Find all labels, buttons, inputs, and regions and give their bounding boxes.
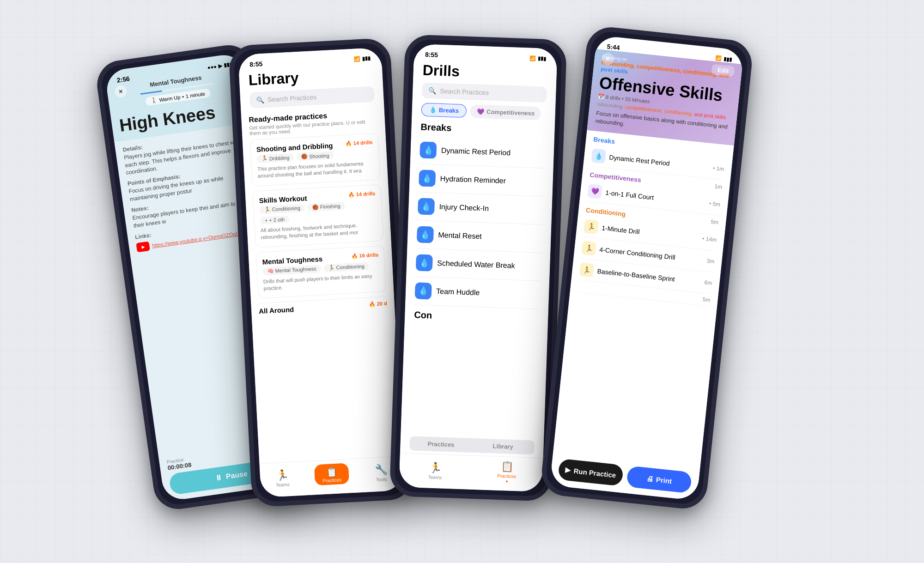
p4-drill5-icon: 🏃: [579, 262, 594, 278]
p4-status-icons: 📶 ▮▮▮: [715, 54, 732, 62]
p3-item2-name: Hydration Reminder: [440, 175, 506, 185]
p4-drill4-name: 4-Corner Conditioning Drill: [599, 246, 676, 261]
p4-drill4-icon: 🏃: [581, 241, 596, 256]
p2-card-2[interactable]: Skills Workout 🔥 14 drills 🏃Conditioning…: [253, 184, 384, 247]
search-icon-p3: 🔍: [428, 87, 437, 95]
p3-item4-name: Mental Reset: [438, 230, 482, 240]
tab-practices-active[interactable]: 📋 Practices: [314, 463, 349, 485]
p4-drill3-time: • 14m: [702, 235, 717, 243]
p2-card1-desc: This practice plan focuses on solid fund…: [257, 159, 374, 180]
tab-practices-label: Practices: [322, 477, 342, 483]
p2-card2-desc: All about finishing, footwork and techni…: [261, 221, 377, 241]
p2-card3-desc: Drills that will push players to their l…: [263, 272, 380, 292]
p3-item5-icon: 💧: [416, 254, 433, 271]
p4-drill2-name: 1-on-1 Full Court: [605, 189, 654, 201]
p3-tab-practices-label: Practices: [497, 473, 516, 478]
p2-card-3[interactable]: Mental Toughness 🔥 16 drills 🧠Mental Tou…: [255, 245, 386, 298]
tab-teams-label: Teams: [276, 482, 290, 488]
p3-item-5[interactable]: 💧 Scheduled Water Break: [415, 248, 541, 281]
p3-item3-icon: 💧: [418, 198, 435, 215]
practices-icon: 📋: [326, 466, 338, 478]
p4-time: 5:44: [607, 42, 620, 51]
p3-seg-practices[interactable]: Practices: [410, 437, 472, 452]
p4-drill2-time: • 5m: [709, 200, 721, 207]
p3-search-bar[interactable]: 🔍 Search Practices: [422, 82, 547, 102]
run-practice-button[interactable]: ▶ Run Practice: [558, 458, 624, 486]
p4-drill1-time: • 1m: [712, 165, 724, 172]
p4-drill3-name: 1-Minute Drill: [602, 224, 640, 236]
phone-2: 8:55 📶 ▮▮▮ Library 🔍 Search Practices: [228, 37, 414, 507]
p1-progress: [140, 90, 162, 95]
p3-item-4[interactable]: 💧 Mental Reset: [416, 220, 542, 253]
p3-item-1[interactable]: 💧 Dynamic Rest Period: [419, 136, 545, 168]
p3-item6-icon: 💧: [415, 282, 432, 299]
print-button[interactable]: 🖨 Print: [626, 466, 692, 493]
p2-card2-title: Skills Workout: [259, 194, 307, 204]
app-scene: 2:56 ●●● ▶ ▮▮▮ ✕ Mental Toughness: [139, 28, 785, 536]
teams-icon: 🏃: [276, 469, 289, 481]
p3-filter-tabs: 💧 Breaks 💜 Competitiveness: [421, 103, 546, 120]
p2-title: Library: [248, 65, 374, 89]
p4-header: ✕ Edit Focusing on Rebounding, competiti…: [587, 48, 742, 145]
p4-drill1-name: Dynamic Rest Period: [609, 153, 670, 167]
p2-header: Library 🔍 Search Practices: [239, 61, 384, 116]
p3-tab-breaks[interactable]: 💧 Breaks: [421, 103, 467, 117]
p3-item-6[interactable]: 💧 Team Huddle: [414, 277, 540, 309]
p3-item5-name: Scheduled Water Break: [437, 259, 515, 270]
p3-tab-bar: 🏃 Teams 📋 Practices: [399, 453, 543, 492]
phone-4: 5:44 📶 ▮▮▮ ✕ Edit Focusing on Rebounding…: [540, 24, 754, 510]
p3-tab-practices[interactable]: 📋 Practices: [495, 460, 519, 483]
p3-item-2[interactable]: 💧 Hydration Reminder: [419, 164, 544, 196]
tab-tools-label: Tools: [376, 477, 387, 482]
youtube-icon: [136, 242, 150, 253]
p3-body: Breaks 💧 Dynamic Rest Period 💧 Hydration…: [401, 119, 555, 440]
p3-tab-teams-label: Teams: [428, 474, 442, 480]
tab-tools[interactable]: 🔧 Tools: [369, 463, 393, 483]
p3-cond-section: Con: [414, 309, 539, 324]
p3-item3-name: Injury Check-In: [439, 202, 489, 212]
p3-item2-icon: 💧: [419, 170, 436, 187]
p2-card2-tags: 🏃Conditioning 🏀Finishing ++ 2 oth: [259, 200, 377, 224]
p3-practices-icon: 📋: [501, 460, 514, 472]
p3-teams-icon: 🏃: [429, 461, 442, 474]
p2-card3-drills: 🔥 16 drills: [351, 252, 378, 259]
p4-drill3-icon: 🏃: [584, 219, 599, 234]
p3-item1-name: Dynamic Rest Period: [441, 146, 511, 157]
tab-teams[interactable]: 🏃 Teams: [270, 468, 294, 488]
p3-seg-library[interactable]: Library: [472, 439, 534, 454]
p4-drill5-name: Baseline-to-Baseline Sprint: [597, 267, 675, 283]
p3-status-icons: 📶 ▮▮▮: [529, 55, 546, 61]
p3-item4-icon: 💧: [417, 226, 434, 243]
p2-status-icons: 📶 ▮▮▮: [354, 55, 371, 62]
p3-item1-icon: 💧: [419, 141, 437, 158]
p2-card3-title: Mental Toughness: [262, 254, 322, 266]
p2-search-bar[interactable]: 🔍 Search Practices: [249, 86, 374, 108]
p3-item-3[interactable]: 💧 Injury Check-In: [418, 192, 543, 224]
p4-drill2-icon: 💜: [587, 184, 602, 199]
p3-tab-teams[interactable]: 🏃 Teams: [423, 461, 447, 480]
p3-title: Drills: [422, 61, 547, 83]
p4-drill5-time: 6m: [704, 279, 712, 286]
phone4-screen: 5:44 📶 ▮▮▮ ✕ Edit Focusing on Rebounding…: [550, 35, 744, 500]
p2-card-1[interactable]: Shooting and Dribbling 🔥 14 drills 🏃Drib…: [250, 133, 381, 186]
p2-card-4-partial[interactable]: All Around 🔥 20 d: [258, 296, 387, 319]
tools-icon: 🔧: [375, 464, 388, 476]
p4-edit-btn[interactable]: Edit: [711, 64, 735, 77]
p4-body: Breaks 💧 Dynamic Rest Period • 1m Compet…: [553, 130, 734, 469]
p2-tab-bar: 🏃 Teams 📋 Practices 🔧 Tools: [259, 456, 404, 497]
p3-item6-name: Team Huddle: [436, 287, 480, 297]
p3-tab-comp[interactable]: 💜 Competitiveness: [470, 104, 541, 120]
p3-tab-indicator: [505, 480, 507, 482]
p4-drill1-icon: 💧: [591, 148, 606, 163]
p3-header: Drills 🔍 Search Practices 💧 Breaks 💜: [412, 57, 557, 124]
phone2-screen: 8:55 📶 ▮▮▮ Library 🔍 Search Practices: [238, 47, 404, 497]
phone-3: 8:55 📶 ▮▮▮ Drills 🔍 Search Practices: [389, 34, 567, 502]
p2-card2-drills: 🔥 14 drills: [348, 190, 375, 198]
p2-card1-drills: 🔥 14 drills: [346, 139, 373, 146]
p3-time: 8:55: [425, 50, 438, 58]
p3-breaks-title: Breaks: [420, 121, 546, 136]
p4-drill4-time: 3m: [706, 257, 715, 265]
p1-time: 2:56: [116, 75, 130, 84]
phone3-screen: 8:55 📶 ▮▮▮ Drills 🔍 Search Practices: [399, 43, 557, 491]
p2-body: Ready-made practices Get started quickly…: [241, 109, 402, 463]
